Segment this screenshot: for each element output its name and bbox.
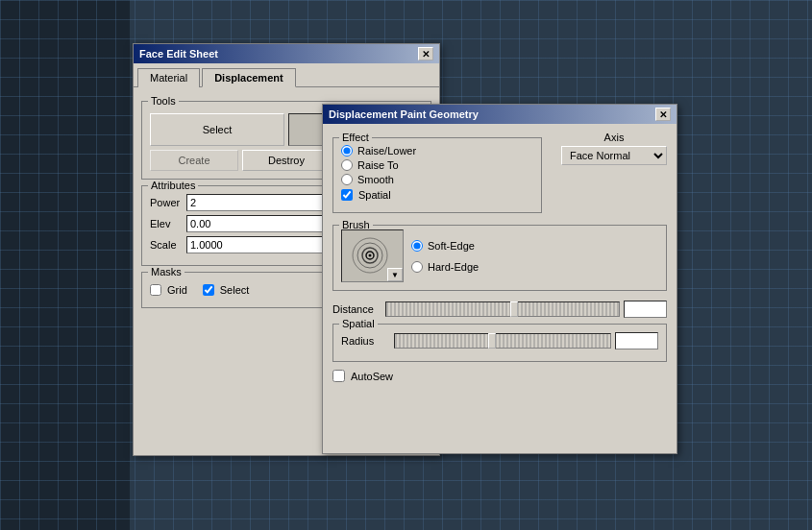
radius-slider-fill [395,334,610,348]
smooth-radio[interactable] [341,174,353,185]
distance-slider[interactable] [385,301,620,317]
raise-to-radio[interactable] [341,159,353,171]
radius-label: Radius [341,335,394,347]
spatial-group: Spatial Radius 15.00 [332,324,667,362]
face-edit-close-button[interactable]: ✕ [418,47,433,60]
spatial-row: Spatial [341,189,533,201]
autosew-label: AutoSew [351,371,393,382]
brush-dropdown-button[interactable]: ▼ [387,268,403,281]
hard-edge-radio[interactable] [411,261,423,273]
create-button[interactable]: Create [150,150,238,171]
masks-group-label: Masks [148,266,185,277]
disp-paint-title: Displacement Paint Geometry [329,108,479,120]
raise-lower-radio[interactable] [341,145,353,157]
select-check-row: Select [203,284,250,296]
tab-material[interactable]: Material [137,68,200,87]
axis-label: Axis [561,132,667,143]
brush-section: Brush 1 ▼ Soft-Edge [332,225,667,291]
face-edit-title-bar: Face Edit Sheet ✕ [134,44,439,63]
axis-select[interactable]: Face Normal X Y Z [561,146,667,165]
power-label: Power [150,197,186,208]
face-edit-title: Face Edit Sheet [139,48,218,60]
tab-displacement[interactable]: Displacement [202,68,296,87]
soft-edge-row: Soft-Edge [411,240,479,252]
spatial-label: Spatial [358,189,391,201]
select-label: Select [220,284,250,296]
brush-edge-options: Soft-Edge Hard-Edge [411,237,479,276]
destroy-button[interactable]: Destroy [242,150,331,171]
svg-point-4 [368,254,371,257]
select-button[interactable]: Select [150,113,284,146]
tools-group-label: Tools [148,95,179,107]
spatial-checkbox[interactable] [341,189,353,201]
spatial-group-label: Spatial [339,318,378,329]
smooth-label: Smooth [357,174,394,185]
disp-paint-window: Displacement Paint Geometry ✕ Effect Rai… [322,104,677,454]
disp-paint-content: Effect Raise/Lower Raise To Smooth Spati… [323,124,677,390]
smooth-row: Smooth [341,174,533,185]
radius-slider[interactable] [394,333,611,349]
axis-section: Axis Face Normal X Y Z [561,132,667,219]
grid-check-row: Grid [150,284,187,296]
soft-edge-radio[interactable] [411,240,423,252]
soft-edge-label: Soft-Edge [428,240,475,252]
raise-lower-label: Raise/Lower [357,145,416,157]
select-checkbox[interactable] [203,284,214,296]
distance-slider-fill [386,302,619,316]
grid-checkbox[interactable] [150,284,161,296]
brush-preview: 1 ▼ [341,229,404,282]
radius-value-input[interactable]: 15.00 [615,332,658,349]
effect-group-label: Effect [339,132,372,143]
scale-label: Scale [150,239,186,251]
raise-to-label: Raise To [357,159,399,171]
raise-lower-row: Raise/Lower [341,145,533,157]
disp-paint-title-bar: Displacement Paint Geometry ✕ [323,105,677,124]
attributes-group-label: Attributes [148,180,198,191]
hard-edge-row: Hard-Edge [411,261,479,273]
grid-label: Grid [167,284,187,296]
raise-to-row: Raise To [341,159,533,171]
radius-slider-thumb[interactable] [488,333,496,349]
autosew-checkbox[interactable] [332,370,345,382]
hard-edge-label: Hard-Edge [428,261,479,273]
autosew-row: AutoSew [332,370,667,382]
radius-row: Radius 15.00 [341,332,658,349]
disp-paint-close-button[interactable]: ✕ [655,108,671,121]
distance-row: Distance 4.00 [332,301,667,318]
top-section: Effect Raise/Lower Raise To Smooth Spati… [332,132,667,219]
elev-label: Elev [150,218,186,229]
effect-group: Effect Raise/Lower Raise To Smooth Spati… [332,137,542,213]
distance-slider-thumb[interactable] [510,301,518,317]
distance-label: Distance [332,303,385,315]
distance-value-input[interactable]: 4.00 [624,301,667,318]
face-edit-tab-bar: Material Displacement [134,63,439,87]
